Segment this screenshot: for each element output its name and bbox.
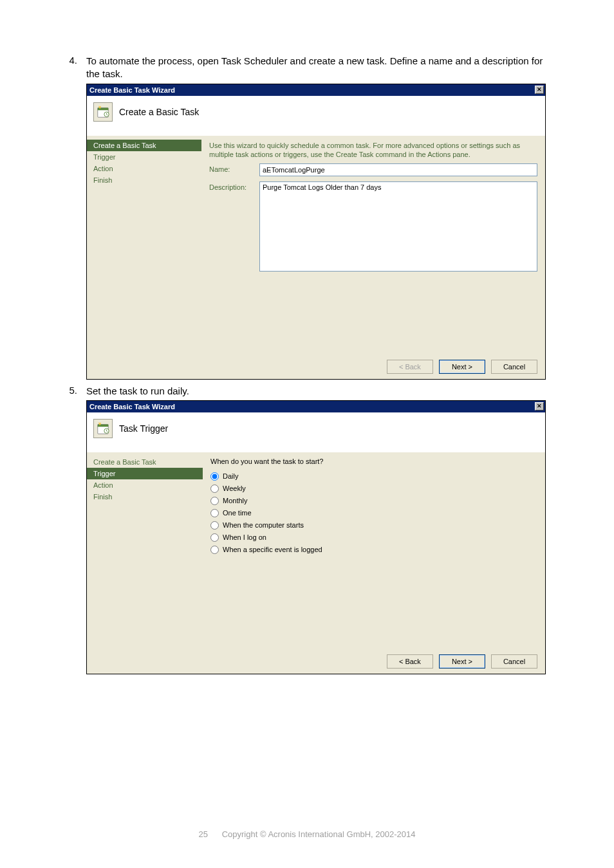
trigger-prompt: When do you want the task to start? — [210, 457, 537, 465]
sidebar-item-create[interactable]: Create a Basic Task — [87, 456, 203, 468]
radio-label: When a specific event is logged — [223, 546, 322, 553]
svg-rect-4 — [98, 424, 109, 427]
radio-monthly[interactable]: Monthly — [210, 495, 537, 507]
page-footer: 25 Copyright © Acronis International Gmb… — [0, 829, 614, 839]
next-button[interactable]: Next > — [439, 654, 485, 669]
task-trigger-wizard-dialog: Create Basic Task Wizard ✕ Task Trigger … — [86, 400, 546, 674]
radio-label: One time — [223, 509, 252, 517]
description-label: Description: — [209, 181, 259, 191]
radio-monthly-input[interactable] — [210, 497, 219, 505]
back-button[interactable]: < Back — [387, 654, 433, 669]
radio-onetime[interactable]: One time — [210, 507, 537, 519]
task-name-input[interactable] — [259, 163, 537, 176]
copyright-text: Copyright © Acronis International GmbH, … — [222, 829, 416, 839]
calendar-icon — [93, 102, 113, 122]
dialog-titlebar: Create Basic Task Wizard ✕ — [87, 84, 545, 96]
dialog-title: Create Basic Task Wizard — [89, 86, 535, 94]
create-basic-task-wizard-dialog: Create Basic Task Wizard ✕ Create a Basi… — [86, 84, 546, 380]
dialog-titlebar: Create Basic Task Wizard ✕ — [87, 401, 545, 412]
back-button: < Back — [387, 360, 433, 374]
dialog-header: Task Trigger — [87, 412, 545, 452]
task-description-input[interactable] — [259, 181, 537, 272]
cancel-button[interactable]: Cancel — [491, 654, 537, 669]
radio-weekly-input[interactable] — [210, 485, 219, 493]
list-number: 4. — [64, 55, 86, 81]
radio-computer-starts-input[interactable] — [210, 521, 219, 530]
radio-computer-starts[interactable]: When the computer starts — [210, 519, 537, 531]
sidebar-item-trigger[interactable]: Trigger — [87, 468, 203, 479]
radio-label: Daily — [223, 472, 238, 480]
name-label: Name: — [209, 163, 259, 173]
radio-onetime-input[interactable] — [210, 509, 219, 517]
instruction-text: Set the task to run daily. — [86, 385, 550, 398]
wizard-hint: Use this wizard to quickly schedule a co… — [209, 141, 537, 160]
radio-daily-input[interactable] — [210, 472, 219, 481]
sidebar-item-action[interactable]: Action — [87, 163, 201, 174]
dialog-title: Create Basic Task Wizard — [89, 403, 535, 411]
radio-label: When the computer starts — [223, 521, 304, 529]
page-number: 25 — [199, 829, 208, 839]
sidebar-item-trigger[interactable]: Trigger — [87, 151, 201, 163]
wizard-step-title: Create a Basic Task — [119, 107, 199, 117]
cancel-button[interactable]: Cancel — [491, 360, 537, 374]
sidebar-item-finish[interactable]: Finish — [87, 491, 203, 503]
wizard-step-title: Task Trigger — [119, 423, 168, 434]
sidebar-item-finish[interactable]: Finish — [87, 174, 201, 186]
wizard-sidebar: Create a Basic Task Trigger Action Finis… — [87, 452, 203, 649]
calendar-icon — [93, 419, 113, 438]
radio-logon-input[interactable] — [210, 533, 219, 542]
radio-label: Monthly — [223, 497, 248, 504]
radio-logon[interactable]: When I log on — [210, 531, 537, 544]
dialog-header: Create a Basic Task — [87, 96, 545, 136]
close-icon[interactable]: ✕ — [535, 402, 544, 411]
radio-label: When I log on — [223, 533, 266, 541]
next-button[interactable]: Next > — [439, 360, 485, 374]
radio-daily[interactable]: Daily — [210, 470, 537, 483]
list-number: 5. — [64, 385, 86, 398]
radio-label: Weekly — [223, 485, 246, 492]
svg-rect-1 — [98, 107, 109, 110]
radio-weekly[interactable]: Weekly — [210, 483, 537, 495]
radio-specific-event-input[interactable] — [210, 546, 219, 554]
radio-specific-event[interactable]: When a specific event is logged — [210, 544, 537, 556]
wizard-sidebar: Create a Basic Task Trigger Action Finis… — [87, 136, 201, 355]
close-icon[interactable]: ✕ — [535, 86, 544, 94]
sidebar-item-create[interactable]: Create a Basic Task — [87, 140, 201, 151]
sidebar-item-action[interactable]: Action — [87, 479, 203, 491]
instruction-text: To automate the process, open Task Sched… — [86, 55, 550, 81]
